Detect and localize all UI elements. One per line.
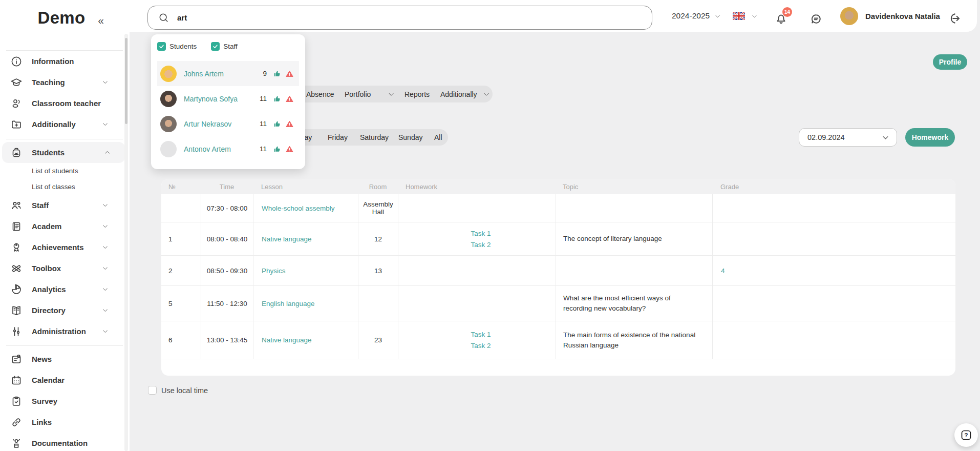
student-name-link[interactable]: Johns Artem (184, 70, 263, 78)
tab-reports[interactable]: Reports (404, 86, 430, 102)
students-filter-checkbox[interactable] (157, 42, 166, 51)
sidebar-item-directory[interactable]: Directory (0, 300, 123, 321)
lesson-link[interactable]: Physics (262, 267, 286, 275)
task-link[interactable]: Task 2 (471, 342, 491, 350)
sidebar-item-survey[interactable]: Survey (0, 391, 123, 412)
tab-additionally[interactable]: Additionally (440, 86, 477, 102)
use-local-time-checkbox[interactable] (148, 386, 157, 395)
task-link[interactable]: Task 2 (471, 241, 491, 249)
sidebar-item-calendar[interactable]: Calendar (0, 370, 123, 391)
sidebar-item-toolbox[interactable]: Toolbox (0, 258, 123, 279)
logout-button[interactable] (947, 11, 961, 28)
homework-button[interactable]: Homework (905, 128, 955, 147)
chevron-down-icon (102, 307, 109, 314)
col-header-number: № (161, 183, 201, 191)
link-icon (10, 416, 23, 428)
search-bar[interactable] (147, 6, 652, 30)
staff-filter-label: Staff (223, 43, 238, 50)
cell-time: 07:30 - 08:00 (201, 194, 253, 222)
help-button[interactable]: ? (954, 423, 978, 447)
sidebar-scrollbar-thumb[interactable] (125, 38, 127, 124)
lesson-link[interactable]: Native language (262, 235, 312, 243)
sidebar-item-label: Information (32, 57, 74, 66)
warning-icon[interactable] (285, 145, 294, 153)
chevron-down-icon[interactable] (388, 91, 395, 98)
cell-grade (712, 222, 955, 255)
avatar (160, 116, 177, 132)
tab-sunday[interactable]: Sunday (398, 129, 422, 146)
sidebar-item-links[interactable]: Links (0, 412, 123, 433)
logout-icon (947, 11, 961, 26)
search-results-dropdown: Students Staff Johns Artem 9 Martynova S… (151, 34, 305, 169)
sidebar-item-label: Analytics (32, 285, 66, 294)
sidebar-item-information[interactable]: Information (0, 51, 123, 72)
sidebar-item-news[interactable]: News (0, 348, 123, 370)
sidebar-item-label: Classroom teacher (32, 99, 101, 108)
user-menu[interactable]: Davidenkova Natalia (840, 0, 940, 32)
tab-absence[interactable]: Absence (306, 86, 334, 102)
sidebar-collapse-icon[interactable]: « (98, 14, 104, 27)
sidebar-item-academ[interactable]: Academ (0, 216, 123, 237)
sidebar-item-label: Students (32, 148, 65, 157)
chat-icon (809, 12, 823, 26)
graduation-cap-icon (10, 76, 23, 89)
sidebar-item-achievements[interactable]: Achievements (0, 237, 123, 258)
language-select[interactable] (733, 0, 758, 32)
check-icon (212, 44, 218, 49)
thumbs-up-icon[interactable] (273, 145, 282, 153)
search-result-row[interactable]: Artur Nekrasov 11 (157, 111, 299, 136)
thumbs-up-icon[interactable] (273, 120, 282, 128)
search-result-row[interactable]: Johns Artem 9 (157, 61, 299, 86)
sidebar-item-additionally[interactable]: Additionally (0, 114, 123, 135)
sidebar-item-analytics[interactable]: Analytics (0, 279, 123, 300)
warning-icon[interactable] (285, 120, 294, 128)
sidebar-item-administration[interactable]: Administration (0, 321, 123, 342)
lesson-link[interactable]: English language (262, 300, 315, 308)
messages-button[interactable] (809, 12, 823, 28)
tab-portfolio[interactable]: Portfolio (345, 86, 371, 102)
school-year-select[interactable]: 2024-2025 (672, 0, 721, 32)
sidebar-item-teaching[interactable]: Teaching (0, 72, 123, 93)
grade-link[interactable]: 4 (721, 267, 725, 275)
cell-number: 1 (161, 222, 201, 255)
staff-filter-checkbox[interactable] (211, 42, 220, 51)
student-name-link[interactable]: Antonov Artem (184, 145, 260, 153)
chevron-down-icon (102, 79, 109, 86)
search-result-row[interactable]: Antonov Artem 11 (157, 136, 299, 161)
sidebar-item-list-of-students[interactable]: List of students (32, 163, 78, 179)
warning-icon[interactable] (285, 95, 294, 103)
warning-icon[interactable] (285, 70, 294, 78)
sidebar-item-documentation[interactable]: Documentation (0, 433, 123, 451)
task-link[interactable]: Task 1 (471, 331, 491, 338)
student-name-link[interactable]: Artur Nekrasov (184, 120, 260, 128)
tab-all[interactable]: All (434, 129, 442, 146)
sidebar-item-classroom-teacher[interactable]: Classroom teacher (0, 93, 123, 114)
student-name-link[interactable]: Martynova Sofya (184, 95, 260, 103)
tab-saturday[interactable]: Saturday (360, 129, 389, 146)
cell-number (161, 194, 201, 222)
profile-button[interactable]: Profile (933, 54, 967, 70)
divider (6, 139, 123, 139)
check-icon (159, 44, 164, 49)
sidebar-item-list-of-classes[interactable]: List of classes (32, 179, 75, 195)
cell-topic: What are the most efficient ways of reco… (556, 286, 712, 321)
thumbs-up-icon[interactable] (273, 70, 282, 78)
task-link[interactable]: Task 1 (471, 230, 491, 237)
chevron-down-icon (882, 134, 889, 141)
chevron-down-icon[interactable] (483, 91, 490, 98)
search-input[interactable] (176, 13, 619, 23)
lesson-link[interactable]: Native language (262, 336, 312, 344)
sidebar-item-staff[interactable]: Staff (0, 195, 123, 216)
cell-homework (398, 256, 556, 285)
date-select[interactable]: 02.09.2024 (799, 128, 897, 147)
tab-friday[interactable]: Friday (328, 129, 348, 146)
search-result-row[interactable]: Martynova Sofya 11 (157, 86, 299, 111)
table-row: 6 13:00 - 13:45 Native language 23 Task … (161, 321, 955, 359)
sidebar-item-students[interactable]: Students (2, 142, 125, 163)
lesson-link[interactable]: Whole-school assembly (262, 204, 335, 212)
sidebar-subitem-label: List of students (32, 167, 78, 175)
thumbs-up-icon[interactable] (273, 95, 282, 103)
help-icon: ? (960, 429, 972, 441)
col-header-lesson: Lesson (253, 183, 358, 191)
cell-room: 23 (358, 321, 398, 359)
